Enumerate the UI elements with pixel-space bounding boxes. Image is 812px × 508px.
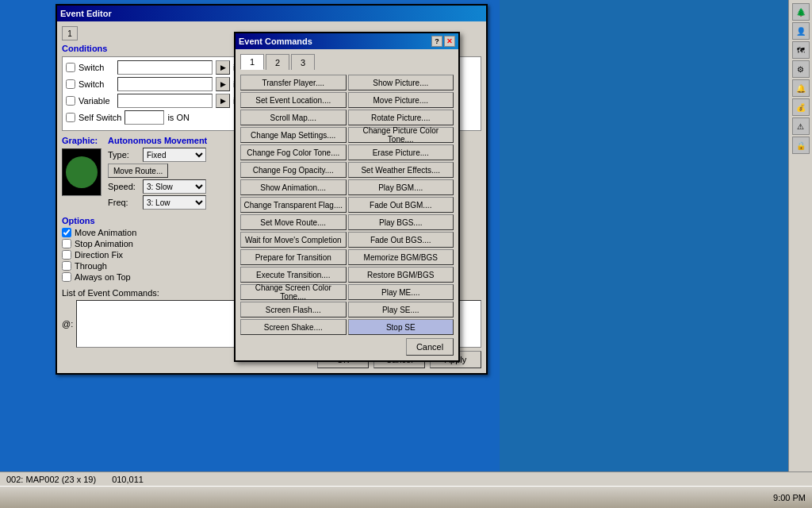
type-select[interactable]: Fixed (143, 148, 206, 162)
graphic-col: Graphic: (62, 136, 102, 211)
taskbar: 9:00 PM (0, 486, 812, 508)
cmd-show-animation[interactable]: Show Animation.... (240, 179, 347, 195)
cmd-rotate-picture[interactable]: Rotate Picture.... (348, 110, 454, 125)
always-on-top-checkbox[interactable] (62, 272, 71, 282)
direction-fix-label: Direction Fix (75, 250, 123, 260)
cmd-cancel-button[interactable]: Cancel (406, 338, 454, 356)
panel-icon-4[interactable]: ⚙ (792, 60, 810, 78)
graphic-label: Graphic: (62, 136, 102, 145)
cmd-change-transparent-flag[interactable]: Change Transparent Flag.... (240, 197, 347, 213)
cmd-execute-transition[interactable]: Execute Transition.... (240, 267, 347, 283)
cmd-tab-3[interactable]: 3 (291, 54, 315, 70)
event-page-num: @: (62, 319, 73, 329)
move-route-button[interactable]: Move Route... (108, 164, 168, 178)
cmd-help-button[interactable]: ? (431, 36, 442, 47)
selfswitch-input[interactable] (124, 110, 164, 125)
cmd-erase-picture[interactable]: Erase Picture.... (348, 144, 454, 160)
cmd-tab-1[interactable]: 1 (240, 54, 264, 70)
cmd-play-me[interactable]: Play ME.... (348, 284, 454, 300)
switch1-arrow[interactable]: ▶ (216, 60, 230, 75)
cmd-fade-out-bgm[interactable]: Fade Out BGM.... (348, 197, 454, 213)
event-commands-dialog: Event Commands ? ✕ 1 2 3 Transfer Player… (234, 32, 460, 362)
cmd-set-event-location[interactable]: Set Event Location.... (240, 92, 347, 108)
stop-animation-checkbox[interactable] (62, 239, 71, 248)
switch2-label: Switch (79, 79, 114, 89)
cmd-screen-flash[interactable]: Screen Flash.... (240, 302, 347, 318)
cmd-play-bgs[interactable]: Play BGS.... (348, 214, 454, 230)
cmd-show-picture[interactable]: Show Picture.... (348, 75, 454, 90)
cmd-restore-bgm-bgs[interactable]: Restore BGM/BGS (348, 267, 454, 283)
cmd-tab-2[interactable]: 2 (266, 54, 289, 70)
cmd-play-bgm[interactable]: Play BGM.... (348, 179, 454, 195)
map-blue-area (500, 0, 812, 486)
panel-icon-1[interactable]: 🌲 (792, 3, 810, 21)
selfswitch-label: Self Switch (79, 113, 121, 122)
variable-input[interactable] (117, 94, 213, 108)
panel-icon-3[interactable]: 🗺 (792, 41, 810, 59)
cmd-tabs: 1 2 3 (240, 54, 454, 70)
event-editor-titlebar: Event Editor (57, 6, 486, 21)
cmd-cancel-row: Cancel (240, 338, 454, 356)
selfswitch-ison: is ON (167, 113, 190, 122)
graphic-preview[interactable] (62, 148, 102, 196)
cmd-dialog-titlebar-buttons: ? ✕ (431, 36, 455, 47)
cmd-buttons-grid: Transfer Player.... Show Picture.... Set… (240, 75, 454, 335)
cmd-prepare-for-transition[interactable]: Prepare for Transition (240, 249, 347, 265)
speed-label: Speed: (108, 182, 140, 191)
variable-label: Variable (79, 96, 114, 106)
cmd-fade-out-bgs[interactable]: Fade Out BGS.... (348, 232, 454, 248)
switch2-arrow[interactable]: ▶ (216, 77, 230, 91)
event-editor-title: Event Editor (60, 9, 483, 18)
cmd-dialog-content: 1 2 3 Transfer Player.... Show Picture..… (236, 49, 458, 360)
cmd-change-fog-color-tone[interactable]: Change Fog Color Tone.... (240, 144, 347, 160)
cmd-dialog-titlebar: Event Commands ? ✕ (236, 33, 458, 49)
map-info: 002: MAP002 (23 x 19) (6, 475, 96, 484)
panel-icon-8[interactable]: 🔒 (792, 137, 810, 154)
panel-icon-6[interactable]: 💰 (792, 98, 810, 116)
switch1-input[interactable] (117, 60, 213, 75)
right-panel: 🌲 👤 🗺 ⚙ 🔔 💰 ⚠ 🔒 (788, 0, 812, 486)
cmd-change-picture-color-tone[interactable]: Change Picture Color Tone.... (348, 127, 454, 143)
cmd-transfer-player[interactable]: Transfer Player.... (240, 75, 347, 90)
cmd-screen-shake[interactable]: Screen Shake.... (240, 319, 347, 335)
through-label: Through (75, 261, 107, 271)
switch1-label: Switch (79, 63, 114, 72)
direction-fix-checkbox[interactable] (62, 250, 71, 260)
map-coords: 010,011 (112, 475, 144, 484)
status-bar: 002: MAP002 (23 x 19) 010,011 (0, 471, 812, 486)
cmd-change-map-settings[interactable]: Change Map Settings.... (240, 127, 347, 143)
cmd-memorize-bgm-bgs[interactable]: Memorize BGM/BGS (348, 249, 454, 265)
graphic-tree-icon (66, 156, 98, 188)
cmd-set-weather-effects[interactable]: Set Weather Effects.... (348, 162, 454, 178)
switch2-input[interactable] (117, 77, 213, 91)
taskbar-time: 9:00 PM (773, 493, 806, 502)
cmd-set-move-route[interactable]: Set Move Route.... (240, 214, 347, 230)
selfswitch-checkbox[interactable] (66, 113, 75, 122)
variable-arrow[interactable]: ▶ (216, 94, 230, 108)
cmd-play-se[interactable]: Play SE.... (348, 302, 454, 318)
cmd-change-screen-color-tone[interactable]: Change Screen Color Tone.... (240, 284, 347, 300)
type-label: Type: (108, 150, 140, 160)
switch1-checkbox[interactable] (66, 63, 75, 72)
stop-animation-label: Stop Animation (75, 239, 133, 248)
move-animation-checkbox[interactable] (62, 228, 71, 237)
variable-checkbox[interactable] (66, 96, 75, 106)
panel-icon-2[interactable]: 👤 (792, 22, 810, 40)
cmd-close-button[interactable]: ✕ (444, 36, 455, 47)
always-on-top-label: Always on Top (75, 272, 131, 282)
cmd-scroll-map[interactable]: Scroll Map.... (240, 110, 347, 125)
move-animation-label: Move Animation (75, 228, 136, 237)
taskbar-right: 9:00 PM (767, 493, 812, 502)
freq-label: Freq: (108, 198, 140, 207)
cmd-change-fog-opacity[interactable]: Change Fog Opacity.... (240, 162, 347, 178)
speed-select[interactable]: 3: Slow (143, 179, 206, 194)
cmd-stop-se[interactable]: Stop SE (348, 319, 454, 335)
panel-icon-7[interactable]: ⚠ (792, 117, 810, 135)
through-checkbox[interactable] (62, 261, 71, 271)
cmd-wait-for-move[interactable]: Wait for Move's Completion (240, 232, 347, 248)
switch2-checkbox[interactable] (66, 79, 75, 89)
cmd-move-picture[interactable]: Move Picture.... (348, 92, 454, 108)
page-tab-1[interactable]: 1 (62, 26, 78, 40)
panel-icon-5[interactable]: 🔔 (792, 79, 810, 97)
freq-select[interactable]: 3: Low (143, 195, 206, 210)
